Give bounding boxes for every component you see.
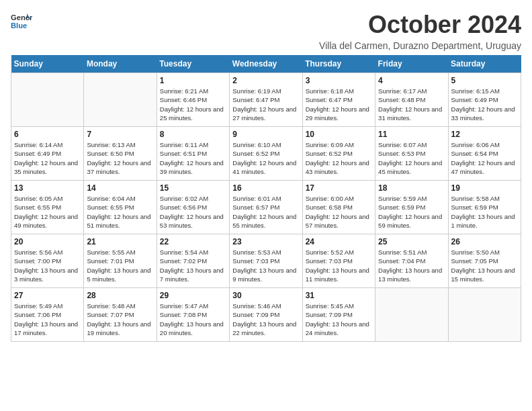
day-number: 8 <box>160 130 226 139</box>
day-info: Sunrise: 5:49 AM Sunset: 7:06 PM Dayligh… <box>14 302 81 337</box>
calendar-cell: 7Sunrise: 6:13 AM Sunset: 6:50 PM Daylig… <box>84 127 157 181</box>
calendar-cell: 9Sunrise: 6:10 AM Sunset: 6:52 PM Daylig… <box>230 127 302 181</box>
day-number: 4 <box>378 76 445 85</box>
calendar-week-row: 1Sunrise: 6:21 AM Sunset: 6:46 PM Daylig… <box>11 73 521 127</box>
day-number: 26 <box>451 237 518 246</box>
calendar-cell: 16Sunrise: 6:01 AM Sunset: 6:57 PM Dayli… <box>230 181 302 234</box>
day-number: 19 <box>451 183 518 193</box>
title-area: October 2024 Villa del Carmen, Durazno D… <box>319 11 521 51</box>
calendar-cell: 14Sunrise: 6:04 AM Sunset: 6:55 PM Dayli… <box>84 181 157 234</box>
day-number: 3 <box>306 76 372 85</box>
logo-icon: General Blue <box>11 11 32 32</box>
day-of-week-header: Monday <box>84 55 157 73</box>
location-title: Villa del Carmen, Durazno Department, Ur… <box>319 40 521 51</box>
calendar-cell: 26Sunrise: 5:50 AM Sunset: 7:05 PM Dayli… <box>448 234 521 288</box>
day-of-week-header: Wednesday <box>230 55 302 73</box>
day-number: 18 <box>378 183 445 193</box>
day-number: 11 <box>378 130 445 139</box>
calendar-cell: 21Sunrise: 5:55 AM Sunset: 7:01 PM Dayli… <box>84 234 157 288</box>
day-number: 21 <box>87 237 153 246</box>
day-info: Sunrise: 6:15 AM Sunset: 6:49 PM Dayligh… <box>451 87 518 122</box>
calendar-cell: 12Sunrise: 6:06 AM Sunset: 6:54 PM Dayli… <box>448 127 521 181</box>
calendar-cell: 10Sunrise: 6:09 AM Sunset: 6:52 PM Dayli… <box>302 127 375 181</box>
day-number: 6 <box>14 130 81 139</box>
calendar-cell: 23Sunrise: 5:53 AM Sunset: 7:03 PM Dayli… <box>230 234 302 288</box>
day-number: 23 <box>232 237 299 246</box>
calendar-week-row: 27Sunrise: 5:49 AM Sunset: 7:06 PM Dayli… <box>11 288 521 342</box>
calendar-cell <box>448 288 521 342</box>
day-info: Sunrise: 6:11 AM Sunset: 6:51 PM Dayligh… <box>160 140 226 176</box>
day-info: Sunrise: 5:56 AM Sunset: 7:00 PM Dayligh… <box>14 248 81 283</box>
calendar-cell: 22Sunrise: 5:54 AM Sunset: 7:02 PM Dayli… <box>157 234 229 288</box>
day-number: 29 <box>160 291 226 300</box>
day-info: Sunrise: 6:19 AM Sunset: 6:47 PM Dayligh… <box>232 87 299 122</box>
calendar-cell: 1Sunrise: 6:21 AM Sunset: 6:46 PM Daylig… <box>157 73 229 127</box>
calendar-cell: 3Sunrise: 6:18 AM Sunset: 6:47 PM Daylig… <box>302 73 375 127</box>
day-number: 25 <box>378 237 445 246</box>
day-info: Sunrise: 6:14 AM Sunset: 6:49 PM Dayligh… <box>14 140 81 176</box>
calendar-cell: 18Sunrise: 5:59 AM Sunset: 6:59 PM Dayli… <box>375 181 448 234</box>
day-number: 20 <box>14 237 81 246</box>
day-info: Sunrise: 6:02 AM Sunset: 6:56 PM Dayligh… <box>160 194 226 230</box>
day-info: Sunrise: 5:45 AM Sunset: 7:09 PM Dayligh… <box>306 302 372 337</box>
day-number: 10 <box>306 130 372 139</box>
calendar-cell: 31Sunrise: 5:45 AM Sunset: 7:09 PM Dayli… <box>302 288 375 342</box>
day-info: Sunrise: 5:58 AM Sunset: 6:59 PM Dayligh… <box>451 194 518 230</box>
day-of-week-header: Saturday <box>448 55 521 73</box>
day-of-week-header: Thursday <box>302 55 375 73</box>
calendar: SundayMondayTuesdayWednesdayThursdayFrid… <box>11 55 521 342</box>
day-number: 14 <box>87 183 153 193</box>
calendar-cell: 30Sunrise: 5:46 AM Sunset: 7:09 PM Dayli… <box>230 288 302 342</box>
calendar-cell <box>11 73 84 127</box>
day-info: Sunrise: 6:18 AM Sunset: 6:47 PM Dayligh… <box>306 87 372 122</box>
day-info: Sunrise: 6:21 AM Sunset: 6:46 PM Dayligh… <box>160 87 226 122</box>
day-info: Sunrise: 5:50 AM Sunset: 7:05 PM Dayligh… <box>451 248 518 283</box>
logo: General Blue <box>11 11 32 32</box>
day-of-week-header: Sunday <box>11 55 84 73</box>
calendar-cell: 19Sunrise: 5:58 AM Sunset: 6:59 PM Dayli… <box>448 181 521 234</box>
calendar-cell: 2Sunrise: 6:19 AM Sunset: 6:47 PM Daylig… <box>230 73 302 127</box>
day-info: Sunrise: 5:52 AM Sunset: 7:03 PM Dayligh… <box>306 248 372 283</box>
calendar-week-row: 20Sunrise: 5:56 AM Sunset: 7:00 PM Dayli… <box>11 234 521 288</box>
day-info: Sunrise: 6:09 AM Sunset: 6:52 PM Dayligh… <box>306 140 372 176</box>
calendar-cell: 29Sunrise: 5:47 AM Sunset: 7:08 PM Dayli… <box>157 288 229 342</box>
day-number: 5 <box>451 76 518 85</box>
day-info: Sunrise: 6:01 AM Sunset: 6:57 PM Dayligh… <box>232 194 299 230</box>
header: General Blue October 2024 Villa del Carm… <box>11 11 521 51</box>
day-info: Sunrise: 6:00 AM Sunset: 6:58 PM Dayligh… <box>306 194 372 230</box>
day-number: 30 <box>232 291 299 300</box>
calendar-cell: 17Sunrise: 6:00 AM Sunset: 6:58 PM Dayli… <box>302 181 375 234</box>
day-number: 22 <box>160 237 226 246</box>
day-number: 7 <box>87 130 153 139</box>
day-number: 16 <box>232 183 299 193</box>
calendar-week-row: 6Sunrise: 6:14 AM Sunset: 6:49 PM Daylig… <box>11 127 521 181</box>
day-info: Sunrise: 6:13 AM Sunset: 6:50 PM Dayligh… <box>87 140 153 176</box>
day-info: Sunrise: 5:47 AM Sunset: 7:08 PM Dayligh… <box>160 302 226 337</box>
calendar-cell: 25Sunrise: 5:51 AM Sunset: 7:04 PM Dayli… <box>375 234 448 288</box>
calendar-cell: 8Sunrise: 6:11 AM Sunset: 6:51 PM Daylig… <box>157 127 229 181</box>
calendar-cell: 11Sunrise: 6:07 AM Sunset: 6:53 PM Dayli… <box>375 127 448 181</box>
calendar-cell: 28Sunrise: 5:48 AM Sunset: 7:07 PM Dayli… <box>84 288 157 342</box>
day-info: Sunrise: 6:06 AM Sunset: 6:54 PM Dayligh… <box>451 140 518 176</box>
day-info: Sunrise: 5:54 AM Sunset: 7:02 PM Dayligh… <box>160 248 226 283</box>
calendar-cell: 13Sunrise: 6:05 AM Sunset: 6:55 PM Dayli… <box>11 181 84 234</box>
calendar-header: SundayMondayTuesdayWednesdayThursdayFrid… <box>11 55 521 73</box>
day-info: Sunrise: 6:04 AM Sunset: 6:55 PM Dayligh… <box>87 194 153 230</box>
day-number: 28 <box>87 291 153 300</box>
svg-text:Blue: Blue <box>11 21 27 30</box>
calendar-cell <box>375 288 448 342</box>
calendar-cell: 20Sunrise: 5:56 AM Sunset: 7:00 PM Dayli… <box>11 234 84 288</box>
day-number: 24 <box>306 237 372 246</box>
calendar-cell: 4Sunrise: 6:17 AM Sunset: 6:48 PM Daylig… <box>375 73 448 127</box>
day-info: Sunrise: 6:10 AM Sunset: 6:52 PM Dayligh… <box>232 140 299 176</box>
day-number: 13 <box>14 183 81 193</box>
calendar-week-row: 13Sunrise: 6:05 AM Sunset: 6:55 PM Dayli… <box>11 181 521 234</box>
day-info: Sunrise: 6:17 AM Sunset: 6:48 PM Dayligh… <box>378 87 445 122</box>
day-info: Sunrise: 6:07 AM Sunset: 6:53 PM Dayligh… <box>378 140 445 176</box>
day-number: 27 <box>14 291 81 300</box>
month-title: October 2024 <box>319 11 521 39</box>
calendar-cell: 5Sunrise: 6:15 AM Sunset: 6:49 PM Daylig… <box>448 73 521 127</box>
calendar-cell: 15Sunrise: 6:02 AM Sunset: 6:56 PM Dayli… <box>157 181 229 234</box>
calendar-cell: 27Sunrise: 5:49 AM Sunset: 7:06 PM Dayli… <box>11 288 84 342</box>
calendar-cell: 6Sunrise: 6:14 AM Sunset: 6:49 PM Daylig… <box>11 127 84 181</box>
